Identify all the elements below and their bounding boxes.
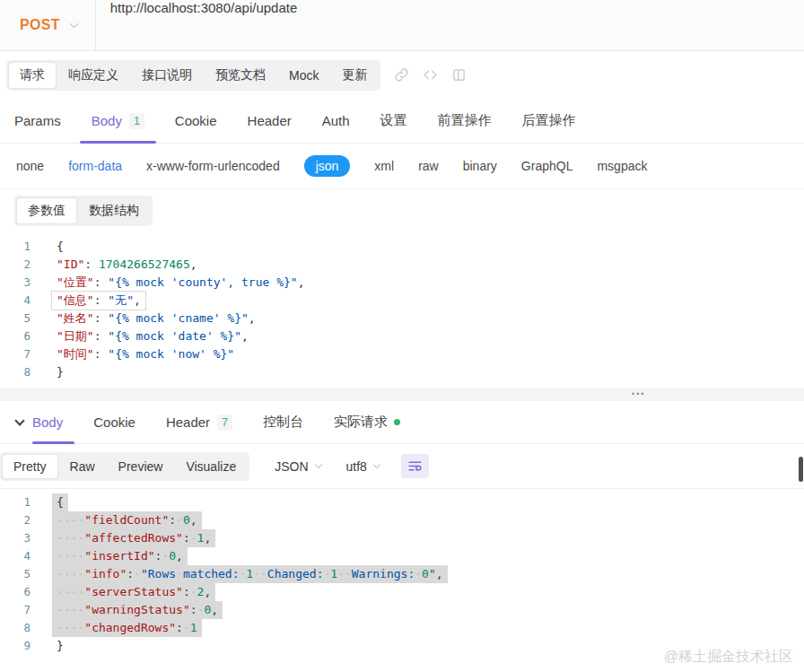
code-token: : xyxy=(94,293,109,307)
tab-settings[interactable]: 设置 xyxy=(365,99,423,143)
tab-label: Body xyxy=(32,415,63,430)
tab-pre-operations[interactable]: 前置操作 xyxy=(423,99,507,143)
code-line-content[interactable]: "时间": "{% mock 'now' %}" xyxy=(52,345,239,363)
response-view-toggle: PrettyRawPreviewVisualize xyxy=(0,452,249,481)
tab-label: Cookie xyxy=(175,113,217,128)
link-icon[interactable] xyxy=(394,67,409,83)
chevron-down-icon xyxy=(373,461,380,468)
count-badge: 1 xyxy=(129,113,144,129)
code-token: , xyxy=(211,603,218,616)
url-bar: POST http://localhost:3080/api/update xyxy=(0,0,804,51)
tab-label: Auth xyxy=(322,113,350,128)
code-line-content[interactable]: { xyxy=(52,493,68,511)
response-tab-body[interactable]: Body xyxy=(32,401,78,443)
code-line: 3····"affectedRows":·1, xyxy=(0,529,804,547)
code-line-content[interactable]: } xyxy=(52,637,68,655)
encoding-dropdown[interactable]: utf8 xyxy=(346,459,380,474)
body-type-graphql[interactable]: GraphQL xyxy=(521,159,573,173)
method-label: POST xyxy=(20,17,60,33)
tab-cookie[interactable]: Cookie xyxy=(160,99,232,143)
param-mode-param-values[interactable]: 参数值 xyxy=(16,197,77,224)
response-tab-cookie[interactable]: Cookie xyxy=(78,401,151,443)
tab-label: Params xyxy=(14,113,61,128)
format-dropdown[interactable]: JSON xyxy=(275,459,320,474)
code-line-content[interactable]: "信息": "无", xyxy=(52,292,145,310)
doc-tab-preview-docs[interactable]: 预览文档 xyxy=(204,62,277,89)
view-pretty[interactable]: Pretty xyxy=(2,454,58,479)
view-visualize[interactable]: Visualize xyxy=(174,454,248,479)
line-number: 3 xyxy=(0,274,31,292)
tab-params[interactable]: Params xyxy=(14,99,76,143)
line-number: 4 xyxy=(0,547,31,565)
code-line-content[interactable]: ····"changedRows":·1 xyxy=(52,619,202,637)
tab-post-operations[interactable]: 后置操作 xyxy=(507,99,591,143)
body-type-json[interactable]: json xyxy=(304,155,351,177)
tab-label: 后置操作 xyxy=(522,112,576,129)
code-icon[interactable] xyxy=(423,67,438,83)
view-raw[interactable]: Raw xyxy=(58,454,107,479)
collapse-panel-icon[interactable] xyxy=(11,401,32,443)
line-number: 9 xyxy=(0,637,31,655)
code-token: ···· xyxy=(57,549,84,563)
body-type-x-www-form-urlencoded[interactable]: x-www-form-urlencoded xyxy=(146,159,280,173)
splitter-handle-icon[interactable]: ••• xyxy=(632,388,645,401)
body-type-none[interactable]: none xyxy=(16,159,44,173)
doc-tab-response-definition[interactable]: 响应定义 xyxy=(57,62,130,89)
code-token: 1 xyxy=(190,621,197,634)
tab-body[interactable]: Body1 xyxy=(76,99,160,143)
body-type-msgpack[interactable]: msgpack xyxy=(597,159,647,173)
doc-tab-update[interactable]: 更新 xyxy=(330,62,379,89)
view-preview[interactable]: Preview xyxy=(107,454,175,479)
whitespace-dot: · xyxy=(260,567,267,580)
code-token: : xyxy=(94,275,109,289)
scrollbar-thumb[interactable] xyxy=(799,457,803,482)
request-body-editor[interactable]: 1{2"ID": 1704266527465,3"位置": "{% mock '… xyxy=(0,231,804,388)
response-tab-actual-request[interactable]: 实际请求 xyxy=(319,401,415,443)
code-line: 8····"changedRows":·1 xyxy=(0,619,804,637)
pane-splitter[interactable]: ••• xyxy=(0,388,804,401)
code-line: 9} xyxy=(0,637,804,655)
code-line-content[interactable]: "位置": "{% mock 'county', true %}", xyxy=(52,274,309,292)
response-body-editor[interactable]: 1{2····"fieldCount":·0,3····"affectedRow… xyxy=(0,489,804,672)
doc-tab-request[interactable]: 请求 xyxy=(8,62,57,89)
code-line-content[interactable]: "姓名": "{% mock 'cname' %}", xyxy=(52,310,260,327)
code-token: "Rows·matched:· xyxy=(141,567,246,580)
code-token: "warningStatus" xyxy=(84,603,189,616)
tab-auth[interactable]: Auth xyxy=(307,99,365,143)
body-type-xml[interactable]: xml xyxy=(374,159,394,173)
count-badge: 7 xyxy=(217,415,232,431)
tab-header[interactable]: Header xyxy=(232,99,307,143)
split-panel-icon[interactable] xyxy=(451,67,467,83)
code-line-content[interactable]: "ID": 1704266527465, xyxy=(52,256,202,274)
method-selector[interactable]: POST xyxy=(0,0,95,50)
body-type-form-data[interactable]: form-data xyxy=(68,159,122,173)
param-mode-data-structure[interactable]: 数据结构 xyxy=(77,197,151,224)
code-line-content[interactable]: ····"serverStatus":·2, xyxy=(52,583,215,601)
code-line-content[interactable]: ····"info":·"Rows·matched:·1··Changed:·1… xyxy=(52,565,448,583)
code-token: : xyxy=(94,311,109,325)
code-line-content[interactable]: ····"warningStatus":·0, xyxy=(52,601,223,619)
code-line: 1{ xyxy=(0,238,804,256)
code-token: , xyxy=(298,275,305,289)
whitespace-dot: · xyxy=(176,567,183,580)
code-line-content[interactable]: } xyxy=(52,363,68,381)
response-tab-header[interactable]: Header7 xyxy=(151,401,248,443)
code-line-content[interactable]: ····"fieldCount":·0, xyxy=(52,511,202,529)
whitespace-dot: · xyxy=(415,567,422,580)
url-input[interactable]: http://localhost:3080/api/update xyxy=(96,0,804,50)
code-line-content[interactable]: { xyxy=(52,238,68,256)
code-line-content[interactable]: ····"affectedRows":·1, xyxy=(52,529,215,547)
line-number: 6 xyxy=(0,327,31,345)
word-wrap-button[interactable] xyxy=(401,454,429,478)
body-type-binary[interactable]: binary xyxy=(463,159,497,173)
doc-tab-api-description[interactable]: 接口说明 xyxy=(130,62,204,89)
encoding-label: utf8 xyxy=(346,459,367,474)
response-tab-console[interactable]: 控制台 xyxy=(248,401,319,443)
body-type-raw[interactable]: raw xyxy=(418,159,439,173)
tab-label: Header xyxy=(166,415,210,430)
tab-label: 控制台 xyxy=(263,414,303,431)
code-line-content[interactable]: ····"insertId":·0, xyxy=(52,547,188,565)
code-token: · xyxy=(190,585,197,598)
code-line-content[interactable]: "日期": "{% mock 'date' %}", xyxy=(52,327,253,345)
doc-tab-mock[interactable]: Mock xyxy=(277,63,330,88)
